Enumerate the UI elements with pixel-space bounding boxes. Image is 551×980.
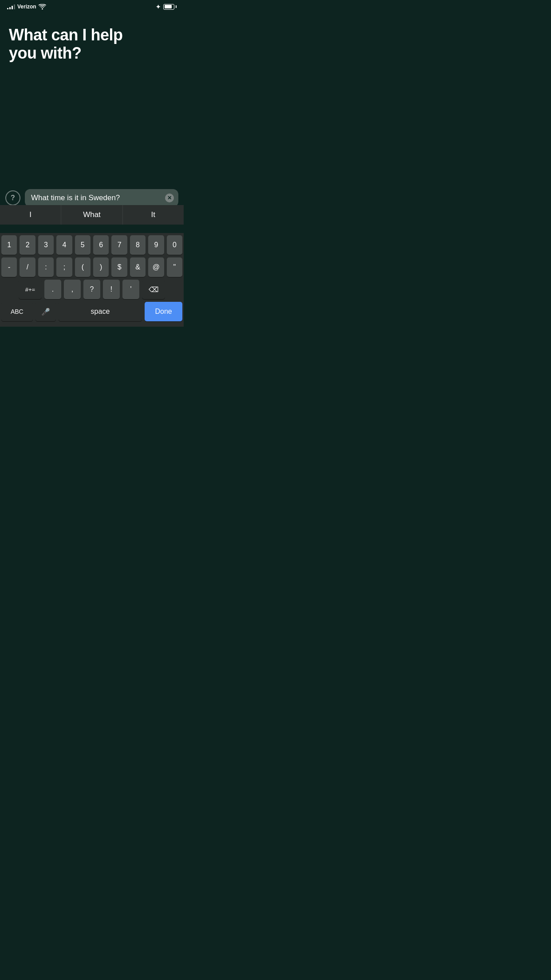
key-8[interactable]: 8 bbox=[130, 235, 146, 255]
key-done[interactable]: Done bbox=[145, 302, 182, 321]
status-right: ✦ bbox=[156, 4, 177, 10]
key-mic[interactable]: 🎤 bbox=[35, 302, 56, 321]
siri-greeting: What can I help you with? bbox=[9, 26, 175, 63]
key-abc[interactable]: ABC bbox=[1, 302, 33, 321]
microphone-icon: 🎤 bbox=[41, 308, 50, 316]
key-exclaim[interactable]: ! bbox=[103, 280, 120, 299]
key-hash[interactable]: #+= bbox=[19, 280, 42, 299]
search-input-text: What time is it in Sweden? bbox=[31, 194, 120, 202]
key-0[interactable]: 0 bbox=[167, 235, 182, 255]
keyboard-row-bottom: ABC 🎤 space Done bbox=[1, 302, 182, 321]
key-apostrophe[interactable]: ' bbox=[122, 280, 139, 299]
battery-indicator bbox=[163, 4, 177, 10]
key-4[interactable]: 4 bbox=[56, 235, 72, 255]
key-dollar[interactable]: $ bbox=[111, 257, 127, 277]
key-minus[interactable]: - bbox=[1, 257, 17, 277]
autocomplete-bar: I What It bbox=[0, 205, 184, 225]
key-3[interactable]: 3 bbox=[38, 235, 54, 255]
key-at[interactable]: @ bbox=[148, 257, 164, 277]
keyboard-row-symbols2: #+= . , ? ! ' ⌫ bbox=[1, 280, 182, 299]
autocomplete-item-1[interactable]: What bbox=[61, 205, 122, 225]
keyboard: 1 2 3 4 5 6 7 8 9 0 - / : ; ( ) $ & @ " … bbox=[0, 233, 184, 327]
key-slash[interactable]: / bbox=[20, 257, 35, 277]
keyboard-row-symbols1: - / : ; ( ) $ & @ " bbox=[1, 257, 182, 277]
key-5[interactable]: 5 bbox=[75, 235, 91, 255]
key-question[interactable]: ? bbox=[83, 280, 100, 299]
key-colon[interactable]: : bbox=[38, 257, 54, 277]
key-7[interactable]: 7 bbox=[111, 235, 127, 255]
key-space[interactable]: space bbox=[59, 302, 142, 321]
key-quote[interactable]: " bbox=[167, 257, 182, 277]
carrier-label: Verizon bbox=[17, 4, 36, 10]
keyboard-row-numbers: 1 2 3 4 5 6 7 8 9 0 bbox=[1, 235, 182, 255]
key-backspace[interactable]: ⌫ bbox=[142, 280, 165, 299]
key-ampersand[interactable]: & bbox=[130, 257, 146, 277]
key-rparen[interactable]: ) bbox=[93, 257, 109, 277]
help-button[interactable]: ? bbox=[5, 190, 20, 205]
key-comma[interactable]: , bbox=[64, 280, 81, 299]
svg-point-0 bbox=[42, 8, 43, 9]
search-area: ? What time is it in Sweden? ✕ bbox=[0, 189, 184, 207]
bluetooth-icon: ✦ bbox=[156, 4, 161, 10]
clear-icon: ✕ bbox=[167, 195, 172, 201]
autocomplete-item-2[interactable]: It bbox=[123, 205, 184, 225]
wifi-icon bbox=[39, 4, 46, 10]
status-bar: Verizon ✦ bbox=[0, 0, 184, 12]
main-content: What can I help you with? bbox=[0, 12, 184, 63]
key-6[interactable]: 6 bbox=[93, 235, 109, 255]
key-9[interactable]: 9 bbox=[148, 235, 164, 255]
key-2[interactable]: 2 bbox=[20, 235, 35, 255]
key-period[interactable]: . bbox=[44, 280, 61, 299]
signal-bars-icon bbox=[7, 4, 15, 9]
backspace-icon: ⌫ bbox=[149, 285, 159, 294]
help-button-label: ? bbox=[11, 194, 15, 202]
clear-button[interactable]: ✕ bbox=[165, 194, 174, 202]
autocomplete-item-0[interactable]: I bbox=[0, 205, 61, 225]
key-1[interactable]: 1 bbox=[1, 235, 17, 255]
key-semicolon[interactable]: ; bbox=[56, 257, 72, 277]
key-lparen[interactable]: ( bbox=[75, 257, 91, 277]
status-left: Verizon bbox=[7, 4, 46, 10]
search-input-container[interactable]: What time is it in Sweden? ✕ bbox=[25, 189, 178, 207]
